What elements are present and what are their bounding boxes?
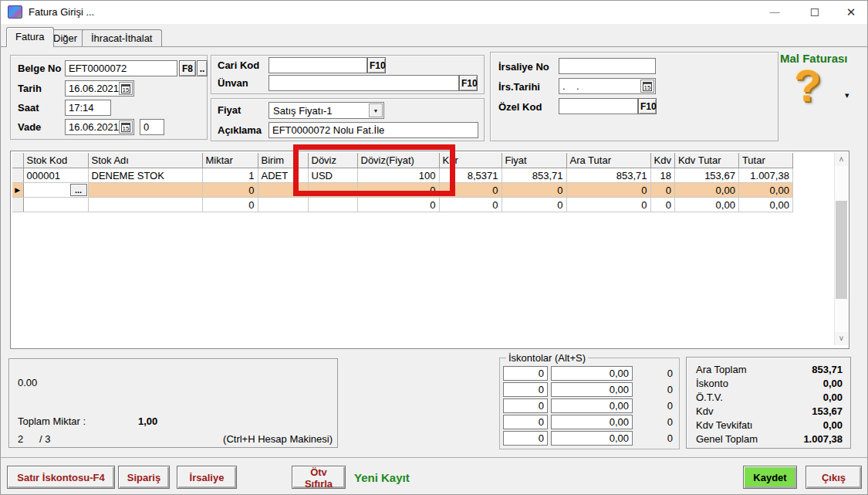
cell-miktar[interactable]: 0: [202, 183, 258, 198]
cell-stok-adi[interactable]: [88, 183, 202, 198]
cell-stok-adi[interactable]: DENEME STOK: [88, 168, 202, 183]
iskonto-oran-input[interactable]: [503, 366, 548, 381]
ozel-kod-input[interactable]: [559, 98, 638, 114]
close-icon[interactable]: ✕: [838, 1, 864, 24]
scroll-up-icon[interactable]: ˄: [835, 153, 848, 166]
chevron-down-icon[interactable]: ▼: [369, 103, 383, 117]
iskonto-tutar-input[interactable]: [551, 366, 633, 381]
cell-birim[interactable]: [258, 183, 308, 198]
cell-tutar[interactable]: 1.007,38: [738, 168, 792, 183]
ozel-kod-f10-button[interactable]: F10: [638, 98, 657, 114]
cell-doviz-fiyat[interactable]: 0: [357, 198, 439, 212]
cell-kdv-tutar[interactable]: 0,00: [674, 198, 738, 212]
cell-doviz-fiyat[interactable]: 100: [357, 168, 439, 183]
f8-button[interactable]: F8: [179, 60, 196, 76]
cell-kur[interactable]: 0: [439, 198, 502, 212]
calendar-icon[interactable]: 15: [640, 80, 654, 93]
cell-ara-tutar[interactable]: 853,71: [566, 168, 650, 183]
iskonto-oran-input[interactable]: [503, 415, 548, 429]
cell-kur[interactable]: 8,5371: [439, 168, 502, 183]
help-question-icon[interactable]: ?: [794, 61, 821, 110]
totals-box: Ara Toplam 853,71 İskonto 0,00 Ö.T.V. 0,…: [686, 357, 851, 449]
iskonto-tutar-input[interactable]: [551, 415, 633, 429]
unvan-input[interactable]: [269, 75, 459, 91]
row-selector[interactable]: [12, 198, 23, 212]
row-selector[interactable]: [12, 168, 23, 183]
iskonto-tutar-input[interactable]: [551, 431, 633, 446]
cell-tutar[interactable]: 0,00: [738, 183, 792, 198]
cell-stok-adi[interactable]: [88, 198, 202, 212]
iskonto-net-value: 0: [667, 368, 673, 379]
iskonto-tutar-input[interactable]: [551, 398, 633, 413]
irs-tarihi-value: . .: [562, 80, 579, 92]
belge-no-input[interactable]: [65, 60, 177, 76]
cell-fiyat[interactable]: 0: [502, 198, 566, 212]
cell-stok-kod[interactable]: ...: [23, 183, 88, 198]
iskonto-oran-input[interactable]: [503, 398, 548, 413]
cikis-button[interactable]: Çıkış: [806, 466, 862, 489]
calendar-icon[interactable]: 15: [119, 120, 133, 134]
fiyat-select[interactable]: Satış Fiyatı-1 ▼: [269, 102, 384, 119]
maximize-icon[interactable]: ☐: [802, 1, 828, 24]
cari-kod-f10-button[interactable]: F10: [367, 57, 386, 73]
cell-ara-tutar[interactable]: 0: [566, 198, 650, 212]
stok-lookup-button[interactable]: ...: [70, 184, 87, 196]
col-tutar: Tutar: [738, 153, 792, 168]
kaydet-button[interactable]: Kaydet: [743, 466, 797, 489]
cell-stok-kod[interactable]: [23, 198, 88, 212]
aciklama-input[interactable]: [269, 122, 478, 138]
cari-kod-input[interactable]: [269, 57, 367, 73]
saat-input[interactable]: [65, 100, 111, 116]
cell-doviz[interactable]: [308, 198, 357, 212]
cell-kdv[interactable]: 18: [650, 168, 674, 183]
cell-doviz-fiyat[interactable]: 0: [357, 183, 439, 198]
satir-iskontosu-button[interactable]: Satır İskontosu-F4: [7, 466, 115, 489]
cell-birim[interactable]: ADET: [258, 168, 308, 183]
cell-kdv[interactable]: 0: [650, 183, 674, 198]
minimize-icon[interactable]: —: [762, 1, 788, 24]
iskonto-net-value: 0: [667, 432, 673, 444]
cell-doviz[interactable]: [308, 183, 357, 198]
caret-down-icon[interactable]: ▾: [845, 90, 849, 100]
iskonto-tutar-input[interactable]: [551, 382, 633, 397]
cell-ara-tutar[interactable]: 0: [566, 183, 650, 198]
iskonto-oran-input[interactable]: [503, 382, 548, 397]
cell-stok-kod[interactable]: 000001: [23, 168, 88, 183]
siparis-button[interactable]: Sipariş: [118, 466, 170, 489]
iskonto-net-value: 0: [667, 416, 673, 428]
unvan-label: Ünvan: [218, 77, 248, 89]
cell-tutar[interactable]: 0,00: [738, 198, 792, 212]
cell-kdv[interactable]: 0: [650, 198, 674, 212]
cell-miktar[interactable]: 1: [202, 168, 258, 183]
scroll-down-icon[interactable]: ˅: [835, 332, 848, 345]
grid-header-row: Stok Kod Stok Adı Miktar Birim Döviz Döv…: [12, 153, 792, 168]
table-row-selected: ▶ ... 0 0 0 0 0 0 0,00 0,00: [12, 183, 792, 198]
cell-fiyat[interactable]: 853,71: [502, 168, 566, 183]
total-row: Genel Toplam 1.007,38: [696, 432, 843, 446]
unvan-f10-button[interactable]: F10: [459, 75, 478, 91]
calendar-icon[interactable]: 15: [119, 82, 133, 95]
scrollbar-thumb[interactable]: [836, 201, 847, 299]
tab-fatura[interactable]: Fatura: [6, 27, 54, 47]
cell-kur[interactable]: 0: [439, 183, 502, 198]
vade-field[interactable]: 16.06.2021 15: [65, 119, 134, 135]
vertical-scrollbar[interactable]: ˄ ˅: [834, 153, 847, 345]
tab-ihracat-ithalat[interactable]: İhracat-İthalat: [82, 29, 162, 47]
otv-sifirla-button[interactable]: Ötv Sıfırla: [292, 466, 346, 489]
browse-dots-button[interactable]: ..: [197, 60, 208, 76]
cell-kdv-tutar[interactable]: 153,67: [674, 168, 738, 183]
cell-miktar[interactable]: 0: [202, 198, 258, 212]
vade-value: 16.06.2021: [69, 121, 119, 133]
tarih-field[interactable]: 16.06.2021 15: [65, 80, 134, 97]
col-doviz: Döviz: [308, 153, 357, 168]
cell-fiyat[interactable]: 0: [502, 183, 566, 198]
iskonto-oran-input[interactable]: [503, 431, 548, 446]
cell-doviz[interactable]: USD: [308, 168, 357, 183]
row-marker-icon[interactable]: ▶: [12, 183, 23, 198]
cell-birim[interactable]: [258, 198, 308, 212]
irs-tarihi-field[interactable]: . . 15: [559, 78, 656, 94]
cell-kdv-tutar[interactable]: 0,00: [674, 183, 738, 198]
irsaliye-button[interactable]: İrsaliye: [177, 466, 237, 489]
irsaliye-no-input[interactable]: [559, 58, 656, 74]
vade-days-input[interactable]: [140, 119, 164, 135]
